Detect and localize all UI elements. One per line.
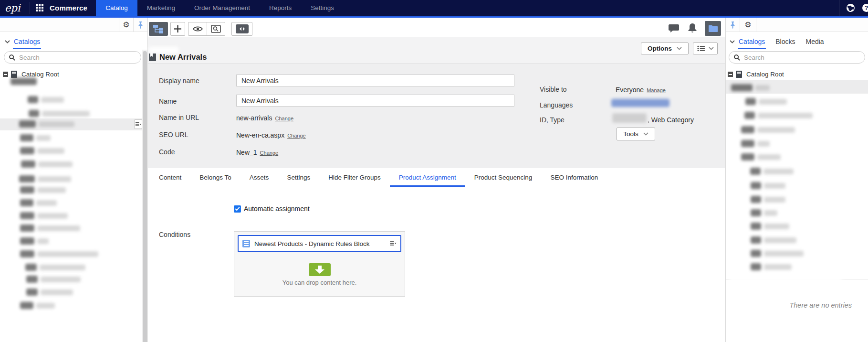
field-label-display-name: Display name xyxy=(159,77,199,85)
new-item-button[interactable] xyxy=(170,22,185,36)
collapse-icon[interactable] xyxy=(728,72,733,77)
nav-item-order-management[interactable]: Order Management xyxy=(185,0,260,16)
tab-assets[interactable]: Assets xyxy=(241,168,278,187)
display-name-input[interactable] xyxy=(236,75,514,86)
empty-entries-message: There are no entries xyxy=(789,301,852,309)
tab-catalogs[interactable]: Catalogs xyxy=(739,38,765,45)
chat-bubble-icon xyxy=(669,24,679,33)
automatic-assignment-label: Automatic assignment xyxy=(244,205,310,213)
nav-item-catalog[interactable]: Catalog xyxy=(96,0,137,16)
seo-url-row: New-en-ca.aspxChange xyxy=(236,131,306,139)
visible-to-row: EveryoneManage xyxy=(616,86,666,94)
chevron-down-icon xyxy=(677,47,682,50)
manage-visibility-link[interactable]: Manage xyxy=(647,87,666,93)
options-button[interactable]: Options xyxy=(641,43,689,54)
left-panel-settings-button[interactable]: ⚙ xyxy=(119,18,133,32)
comments-button[interactable] xyxy=(669,24,679,33)
navbar-divider xyxy=(30,2,30,14)
tab-content[interactable]: Content xyxy=(150,168,190,187)
automatic-assignment-checkbox[interactable] xyxy=(234,205,241,213)
meta-label-id-type: ID, Type xyxy=(540,116,565,124)
meta-label-visible-to: Visible to xyxy=(540,86,567,93)
app-window: epi Commerce Catalog Marketing Order Man… xyxy=(0,0,868,342)
collapse-icon[interactable] xyxy=(3,72,8,77)
tab-media[interactable]: Media xyxy=(806,38,824,45)
change-name-in-url-link[interactable]: Change xyxy=(275,116,293,121)
notifications-button[interactable] xyxy=(688,23,697,33)
condition-block-title: Newest Products - Dynamic Rules Block xyxy=(254,240,389,247)
code-row: New_1Change xyxy=(236,148,278,157)
tab-settings[interactable]: Settings xyxy=(278,168,319,187)
tree-root-row[interactable]: Catalog Root xyxy=(728,71,784,78)
name-input[interactable] xyxy=(236,95,514,107)
right-panel-tabs: Catalogs Blocks Media xyxy=(730,38,835,45)
catalog-tree-panel: ⚙ Catalogs Catalog Root xyxy=(0,18,148,342)
redacted-divider-area xyxy=(730,274,842,284)
preview-options-button[interactable] xyxy=(207,22,225,35)
preview-button[interactable] xyxy=(188,22,207,35)
tab-product-assignment[interactable]: Product Assignment xyxy=(390,168,465,187)
content-tabs: Content Belongs To Assets Settings Hide … xyxy=(148,168,725,187)
change-code-link[interactable]: Change xyxy=(260,150,279,156)
waffle-menu-icon[interactable] xyxy=(36,4,44,12)
bullet-list-icon xyxy=(697,45,705,52)
list-view-button[interactable] xyxy=(693,43,718,54)
tab-product-sequencing[interactable]: Product Sequencing xyxy=(465,168,542,187)
svg-text:?: ? xyxy=(865,5,868,11)
pin-icon xyxy=(730,21,736,29)
tab-hide-filter-groups[interactable]: Hide Filter Groups xyxy=(319,168,390,187)
episerver-logo[interactable]: epi xyxy=(0,0,30,16)
page-title: New Arrivals xyxy=(159,53,207,62)
left-scrollbar-thumb[interactable] xyxy=(143,51,147,342)
automatic-assignment-row: Automatic assignment xyxy=(234,205,310,213)
change-seo-url-link[interactable]: Change xyxy=(287,133,306,139)
folder-icon xyxy=(708,25,718,32)
tree-view-icon xyxy=(153,25,164,33)
tab-blocks[interactable]: Blocks xyxy=(775,38,795,45)
redacted-languages-value xyxy=(611,99,669,107)
compare-button[interactable] xyxy=(231,22,252,36)
top-navbar: epi Commerce Catalog Marketing Order Man… xyxy=(0,0,868,16)
right-search-box[interactable] xyxy=(729,51,865,64)
assets-panel: ⚙ Catalogs Blocks Media Catalog Root The… xyxy=(725,18,868,342)
block-icon xyxy=(242,240,250,247)
field-label-name-in-url: Name in URL xyxy=(159,114,199,121)
right-search-input[interactable] xyxy=(744,54,845,61)
left-search-input[interactable] xyxy=(19,54,121,61)
chevron-down-icon[interactable] xyxy=(5,40,10,43)
assets-panel-button[interactable] xyxy=(705,21,721,36)
right-panel-settings-button[interactable]: ⚙ xyxy=(740,18,756,32)
meta-label-languages: Languages xyxy=(540,101,573,109)
globe-icon[interactable] xyxy=(846,3,855,12)
tab-catalogs[interactable]: Catalogs xyxy=(14,38,40,45)
gear-icon: ⚙ xyxy=(744,21,751,29)
navbar-right-divider xyxy=(839,0,839,16)
search-icon xyxy=(734,54,740,61)
tree-view-button[interactable] xyxy=(149,22,168,36)
compare-icon xyxy=(236,24,249,33)
right-panel-pin-button[interactable] xyxy=(726,18,740,32)
tree-row-menu-button[interactable] xyxy=(134,119,142,129)
tools-button[interactable]: Tools xyxy=(617,128,655,140)
page-header-zone: New Arrivals xyxy=(148,37,725,64)
visible-to-value: Everyone xyxy=(616,86,644,94)
gear-icon: ⚙ xyxy=(123,21,129,29)
redacted-id-value xyxy=(612,113,647,123)
chevron-down-icon[interactable] xyxy=(730,40,735,43)
block-menu-icon[interactable] xyxy=(389,241,397,246)
drop-target-button[interactable] xyxy=(309,263,331,276)
name-in-url-row: new-arrivalsChange xyxy=(236,114,293,122)
tree-root-row[interactable]: Catalog Root xyxy=(3,71,59,78)
condition-block[interactable]: Newest Products - Dynamic Rules Block xyxy=(238,235,401,252)
nav-item-settings[interactable]: Settings xyxy=(301,0,344,16)
left-panel-pin-button[interactable] xyxy=(133,18,147,32)
tab-belongs-to[interactable]: Belongs To xyxy=(190,168,241,187)
help-icon[interactable]: ? xyxy=(862,3,868,12)
field-label-code: Code xyxy=(159,148,175,156)
tree-root-label: Catalog Root xyxy=(746,71,784,78)
eye-icon xyxy=(193,26,203,32)
nav-item-reports[interactable]: Reports xyxy=(260,0,301,16)
tab-seo-information[interactable]: SEO Information xyxy=(541,168,607,187)
left-search-box[interactable] xyxy=(4,51,141,64)
nav-item-marketing[interactable]: Marketing xyxy=(137,0,185,16)
